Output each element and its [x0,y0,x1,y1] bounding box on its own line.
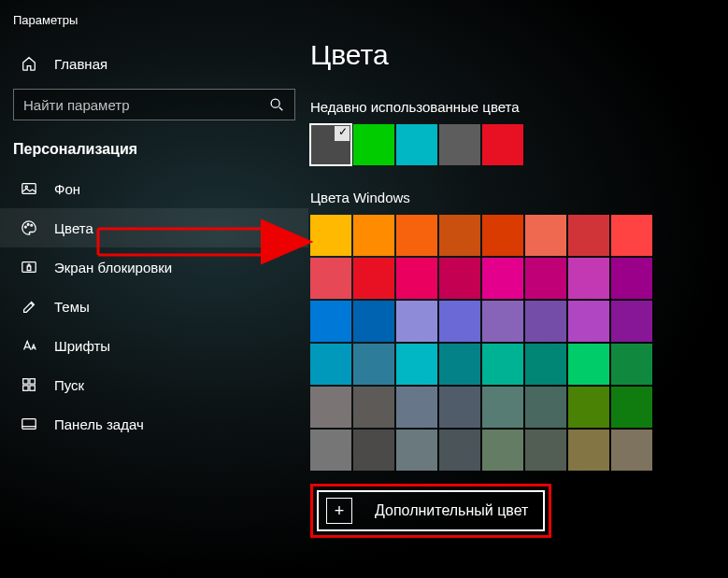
recent-color-swatch[interactable] [482,124,523,165]
svg-rect-11 [23,386,28,390]
svg-point-4 [25,226,27,228]
recent-colors-heading: Недавно использованные цвета [310,99,728,115]
annotation-highlight-box: + Дополнительный цвет [310,484,551,538]
nav-themes[interactable]: Темы [0,287,308,326]
windows-color-swatch[interactable] [482,301,523,342]
windows-color-swatch[interactable] [310,301,351,342]
lockscreen-icon [21,259,37,275]
windows-color-swatch[interactable] [611,215,652,256]
fonts-icon [21,337,37,354]
svg-rect-10 [30,379,35,384]
nav-lockscreen-label: Экран блокировки [54,260,172,275]
windows-color-swatch[interactable] [439,301,480,342]
search-box[interactable] [13,89,295,120]
custom-color-button[interactable]: + Дополнительный цвет [317,490,545,531]
svg-line-1 [279,107,283,111]
svg-point-0 [271,99,279,107]
taskbar-icon [21,416,37,432]
search-input[interactable] [23,97,268,113]
svg-rect-12 [30,386,35,390]
windows-color-swatch[interactable] [353,301,394,342]
windows-color-swatch[interactable] [396,215,437,256]
windows-color-swatch[interactable] [310,387,351,428]
sidebar: Параметры Главная Персонализация Фон Цв [0,0,308,578]
windows-color-swatch[interactable] [396,258,437,299]
palette-icon [21,219,37,236]
svg-point-6 [31,224,33,226]
windows-color-swatch[interactable] [611,344,652,385]
windows-color-swatch[interactable] [310,215,351,256]
windows-color-swatch[interactable] [568,430,609,471]
windows-color-swatch[interactable] [482,215,523,256]
recent-color-swatch[interactable] [439,124,480,165]
recent-colors-row [310,124,728,165]
windows-color-swatch[interactable] [353,215,394,256]
svg-rect-2 [22,184,36,194]
windows-color-swatch[interactable] [396,301,437,342]
windows-color-swatch[interactable] [525,258,566,299]
nav-home[interactable]: Главная [0,46,308,81]
windows-color-swatch[interactable] [353,344,394,385]
svg-rect-8 [27,266,31,271]
windows-color-swatch[interactable] [568,301,609,342]
windows-color-swatch[interactable] [310,258,351,299]
windows-color-swatch[interactable] [439,215,480,256]
windows-color-swatch[interactable] [611,430,652,471]
picture-icon [21,180,37,197]
windows-color-swatch[interactable] [482,430,523,471]
nav-colors[interactable]: Цвета [0,208,308,247]
windows-color-swatch[interactable] [310,430,351,471]
windows-color-swatch[interactable] [439,430,480,471]
windows-color-swatch[interactable] [396,344,437,385]
windows-color-swatch[interactable] [482,258,523,299]
windows-color-swatch[interactable] [353,430,394,471]
custom-color-label: Дополнительный цвет [375,502,528,519]
home-icon [21,55,37,72]
recent-color-swatch[interactable] [310,124,351,165]
windows-color-swatch[interactable] [611,258,652,299]
main-content: Цвета Недавно использованные цвета Цвета… [308,0,728,578]
app-title: Параметры [0,11,308,46]
windows-color-swatch[interactable] [525,387,566,428]
windows-colors-grid [310,215,728,471]
nav-background-label: Фон [54,181,80,197]
nav-background[interactable]: Фон [0,169,308,208]
windows-color-swatch[interactable] [525,344,566,385]
windows-color-swatch[interactable] [396,387,437,428]
windows-color-swatch[interactable] [525,215,566,256]
nav-start[interactable]: Пуск [0,365,308,404]
windows-color-swatch[interactable] [310,344,351,385]
recent-color-swatch[interactable] [353,124,394,165]
windows-color-swatch[interactable] [353,387,394,428]
windows-color-swatch[interactable] [439,387,480,428]
windows-colors-heading: Цвета Windows [310,190,728,205]
nav-start-label: Пуск [54,377,84,393]
nav-lockscreen[interactable]: Экран блокировки [0,247,308,287]
windows-color-swatch[interactable] [439,258,480,299]
windows-color-swatch[interactable] [568,387,609,428]
nav-fonts[interactable]: Шрифты [0,326,308,365]
windows-color-swatch[interactable] [568,215,609,256]
windows-color-swatch[interactable] [396,430,437,471]
windows-color-swatch[interactable] [525,301,566,342]
nav-themes-label: Темы [54,299,90,315]
windows-color-swatch[interactable] [353,258,394,299]
windows-color-swatch[interactable] [525,430,566,471]
nav-taskbar-label: Панель задач [54,416,144,432]
nav-fonts-label: Шрифты [54,338,110,354]
windows-color-swatch[interactable] [611,387,652,428]
plus-icon: + [319,490,360,531]
windows-color-swatch[interactable] [568,258,609,299]
windows-color-swatch[interactable] [611,301,652,342]
windows-color-swatch[interactable] [568,344,609,385]
windows-color-swatch[interactable] [439,344,480,385]
themes-icon [21,298,37,315]
recent-color-swatch[interactable] [396,124,437,165]
svg-rect-13 [22,419,36,430]
svg-point-3 [25,186,27,188]
start-icon [21,376,37,393]
windows-color-swatch[interactable] [482,344,523,385]
windows-color-swatch[interactable] [482,387,523,428]
nav-taskbar[interactable]: Панель задач [0,404,308,444]
nav-colors-label: Цвета [54,220,93,236]
